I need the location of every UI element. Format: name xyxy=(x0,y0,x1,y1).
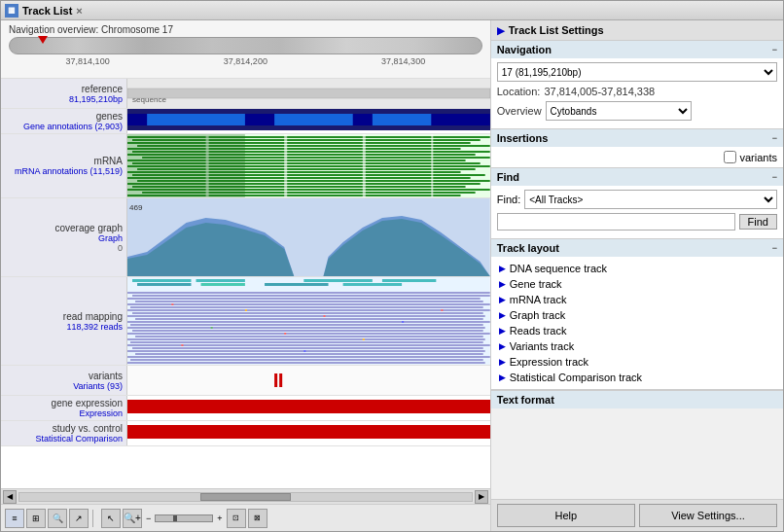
svg-rect-66 xyxy=(127,356,490,358)
track-layout-section-content: ▶ DNA sequence track ▶ Gene track ▶ mRNA… xyxy=(491,257,783,389)
find-track-row: Find: <All Tracks> xyxy=(497,190,777,209)
track-layout-item-reads[interactable]: ▶ Reads track xyxy=(491,323,783,338)
insertions-collapse-btn[interactable]: − xyxy=(772,133,777,143)
cursor-tool-btn[interactable]: ↖ xyxy=(101,509,121,528)
toolbar-btn-4[interactable]: ↗ xyxy=(69,509,89,528)
toolbar-btn-3[interactable]: 🔍 xyxy=(48,509,67,528)
expression-bar xyxy=(127,400,490,413)
svg-rect-54 xyxy=(127,321,490,323)
variants-expand-icon: ▶ xyxy=(499,341,506,351)
scroll-right-button[interactable]: ▶ xyxy=(475,490,488,504)
track-layout-section-header[interactable]: Track layout − xyxy=(491,239,783,257)
reads-expand-icon: ▶ xyxy=(499,326,506,336)
svg-rect-69 xyxy=(171,303,173,305)
bottom-toolbar: ≡ ⊞ 🔍 ↗ ↖ 🔍+ − + ⊡ ⊠ xyxy=(1,504,490,531)
svg-text:sequence: sequence xyxy=(132,95,166,104)
gene-expand-icon: ▶ xyxy=(499,279,506,289)
track-layout-item-mrna[interactable]: ▶ mRNA track xyxy=(491,292,783,307)
scroll-thumb[interactable] xyxy=(200,493,291,501)
right-panel-content: Navigation − 17 (81,195,210bp) Location:… xyxy=(491,41,783,499)
horizontal-scrollbar[interactable]: ◀ ▶ xyxy=(1,488,490,504)
expression-track-label: gene expression Expression xyxy=(1,396,127,420)
window-title: Track List xyxy=(22,5,72,17)
svg-rect-81 xyxy=(279,373,282,387)
svg-rect-51 xyxy=(132,312,483,314)
reads-track-content[interactable] xyxy=(127,277,490,365)
title-bar: ▦ Track List × xyxy=(1,1,783,20)
toolbar-separator xyxy=(92,510,93,527)
genes-track-content[interactable] xyxy=(127,109,490,130)
overview-select[interactable]: Cytobands xyxy=(546,101,692,121)
mrna-track-content[interactable] xyxy=(127,134,490,197)
svg-rect-77 xyxy=(181,344,183,346)
track-layout-item-gene[interactable]: ▶ Gene track xyxy=(491,276,783,292)
stats-track-content[interactable] xyxy=(127,421,490,443)
reference-track-content[interactable]: sequence xyxy=(127,79,490,108)
genes-track-label: genes Gene annotations (2,903) xyxy=(1,109,127,133)
track-layout-item-variants[interactable]: ▶ Variants track xyxy=(491,338,783,354)
variants-track-content[interactable] xyxy=(127,366,490,395)
track-layout-item-stats[interactable]: ▶ Statistical Comparison track xyxy=(491,370,783,385)
find-track-select[interactable]: <All Tracks> xyxy=(524,190,777,209)
svg-rect-46 xyxy=(127,298,481,300)
nav-btn[interactable]: ⊠ xyxy=(248,509,267,528)
find-input[interactable] xyxy=(497,213,735,231)
track-layout-collapse-btn[interactable]: − xyxy=(772,243,777,253)
variants-track-label: variants Variants (93) xyxy=(1,366,127,395)
navigation-section-content: 17 (81,195,210bp) Location: 37,814,005-3… xyxy=(491,58,783,128)
navigation-section: Navigation − 17 (81,195,210bp) Location:… xyxy=(491,41,783,129)
navigation-collapse-btn[interactable]: − xyxy=(772,45,777,54)
toolbar-btn-1[interactable]: ≡ xyxy=(5,509,24,528)
scroll-track[interactable] xyxy=(18,492,473,502)
svg-rect-57 xyxy=(132,330,483,332)
mrna-track-label: mRNA mRNA annotations (11,519) xyxy=(1,134,127,197)
expression-track-content[interactable] xyxy=(127,396,490,417)
svg-rect-38 xyxy=(303,279,373,282)
zoom-slider[interactable] xyxy=(155,514,213,522)
svg-rect-41 xyxy=(201,283,245,286)
track-layout-item-graph[interactable]: ▶ Graph track xyxy=(491,307,783,323)
close-button[interactable]: × xyxy=(76,5,82,17)
variants-checkbox[interactable] xyxy=(724,151,736,163)
svg-rect-67 xyxy=(130,359,483,361)
svg-rect-32 xyxy=(127,134,245,197)
track-layout-section: Track layout − ▶ DNA sequence track ▶ Ge… xyxy=(491,239,783,390)
insertions-section-header[interactable]: Insertions − xyxy=(491,129,783,147)
reads-track-label: read mapping 118,392 reads xyxy=(1,277,127,365)
insertions-section: Insertions − variants xyxy=(491,129,783,168)
help-button[interactable]: Help xyxy=(497,504,635,527)
find-collapse-btn[interactable]: − xyxy=(772,172,777,182)
zoom-controls: ↖ 🔍+ − + ⊡ ⊠ xyxy=(101,509,267,528)
svg-rect-64 xyxy=(127,350,485,352)
track-layout-item-expression[interactable]: ▶ Expression track xyxy=(491,354,783,370)
svg-rect-61 xyxy=(130,341,483,343)
svg-rect-29 xyxy=(284,134,287,197)
chromosome-select[interactable]: 17 (81,195,210bp) xyxy=(497,62,777,82)
position-arrow xyxy=(38,36,48,44)
expression-expand-icon: ▶ xyxy=(499,357,506,367)
svg-rect-3 xyxy=(147,114,245,125)
fit-btn[interactable]: ⊡ xyxy=(227,509,246,528)
scale-bar: 37,814,100 37,814,200 37,814,300 xyxy=(9,56,482,66)
view-settings-button[interactable]: View Settings... xyxy=(639,504,777,527)
find-section-header[interactable]: Find − xyxy=(491,168,783,186)
navigation-section-header[interactable]: Navigation − xyxy=(491,41,783,58)
toolbar-btn-2[interactable]: ⊞ xyxy=(26,509,46,528)
coverage-track: coverage graph Graph 0 xyxy=(1,198,490,277)
left-panel: Navigation overview: Chromosome 17 37,81… xyxy=(1,20,491,531)
svg-rect-76 xyxy=(441,309,443,311)
find-button[interactable]: Find xyxy=(739,214,777,230)
svg-rect-55 xyxy=(130,324,483,326)
chromosome-bar[interactable] xyxy=(9,37,482,54)
stats-bar xyxy=(127,425,490,439)
zoom-tool-btn[interactable]: 🔍+ xyxy=(123,509,142,528)
overview-row: Overview Cytobands xyxy=(497,101,777,121)
coverage-zero-label: 0 xyxy=(118,243,123,253)
svg-rect-5 xyxy=(373,114,431,125)
zoom-slider-thumb[interactable] xyxy=(173,515,177,521)
coverage-track-content[interactable]: 469 xyxy=(127,198,490,276)
zoom-out-label: − xyxy=(146,514,151,523)
track-layout-item-dna[interactable]: ▶ DNA sequence track xyxy=(491,261,783,276)
text-format-section: Text format xyxy=(491,390,783,408)
scroll-left-button[interactable]: ◀ xyxy=(3,490,17,504)
